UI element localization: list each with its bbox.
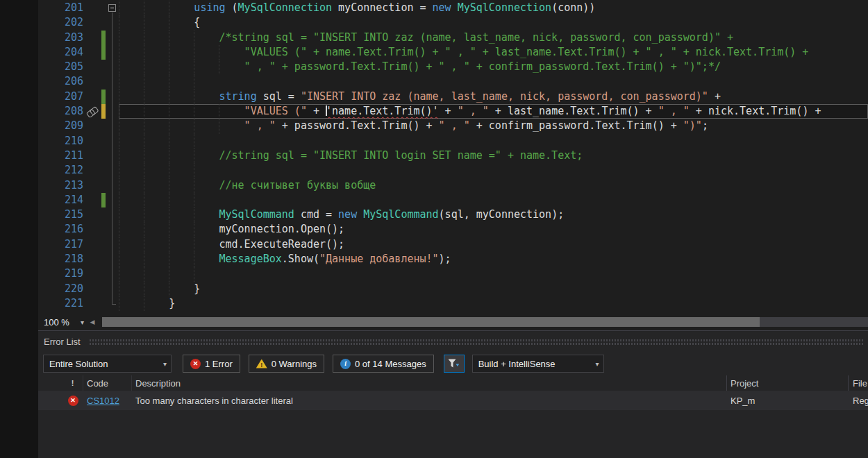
code-text[interactable]: string sql = "INSERT INTO zaz (name, las… — [119, 90, 868, 104]
header-description[interactable]: Description — [132, 375, 727, 391]
code-line-205[interactable]: 205" , " + password.Text.Trim() + " , " … — [38, 60, 868, 74]
glyph-margin — [83, 119, 101, 133]
indent-guide — [194, 134, 194, 149]
code-text[interactable]: } — [119, 296, 868, 311]
error-file: Reg — [849, 391, 868, 410]
header-project[interactable]: Project — [727, 375, 849, 391]
code-text[interactable]: MySqlCommand cmd = new MySqlCommand(sql,… — [119, 207, 868, 222]
code-line-207[interactable]: 207string sql = "INSERT INTO zaz (name, … — [38, 90, 868, 104]
code-text[interactable]: { — [119, 15, 868, 30]
header-severity[interactable]: ! — [62, 375, 83, 391]
code-line-203[interactable]: 203/*string sql = "INSERT INTO zaz (name… — [38, 31, 868, 45]
glyph-margin — [83, 178, 101, 193]
messages-toggle-button[interactable]: i 0 of 14 Messages — [333, 355, 434, 373]
row-severity: ✕ — [62, 391, 83, 410]
code-text[interactable]: MessageBox.Show("Данные добавлены!"); — [119, 252, 868, 266]
code-text[interactable]: "VALUES (" + name.Text.Trim() + " , " + … — [119, 45, 868, 60]
scroll-left-arrow-icon[interactable]: ◀ — [87, 319, 98, 325]
code-line-213[interactable]: 213//не считывет буквы вобще — [38, 178, 868, 193]
warnings-toggle-button[interactable]: 0 Warnings — [249, 355, 324, 373]
glyph-margin — [83, 296, 101, 311]
code-text[interactable]: " , " + password.Text.Trim() + " , " + c… — [119, 60, 868, 74]
collapse-box-icon[interactable] — [108, 4, 116, 12]
indent-guide — [119, 163, 119, 178]
code-token: myConnection.Open(); — [219, 223, 344, 235]
code-line-202[interactable]: 202{ — [38, 15, 868, 30]
error-description: Too many characters in character literal — [132, 391, 727, 410]
source-dropdown[interactable]: Build + IntelliSense ▾ — [472, 355, 604, 373]
code-text[interactable]: " , " + password.Text.Trim() + " , " + c… — [119, 119, 868, 133]
code-text[interactable]: //не считывет буквы вобще — [119, 178, 868, 193]
code-token: MySqlConnection — [458, 1, 551, 14]
error-list-title-bar[interactable]: Error List — [38, 331, 868, 352]
code-line-209[interactable]: 209" , " + password.Text.Trim() + " , " … — [38, 119, 868, 133]
error-icon: ✕ — [190, 359, 201, 369]
glyph-margin — [83, 222, 101, 237]
error-project: KP_m — [727, 391, 849, 410]
code-token — [357, 208, 363, 221]
indent-guide — [169, 60, 169, 74]
code-text[interactable] — [119, 74, 868, 89]
glyph-margin — [83, 282, 101, 296]
code-line-211[interactable]: 211//string sql = "INSERT INTO login SET… — [38, 149, 868, 163]
code-text[interactable]: myConnection.Open(); — [119, 222, 868, 237]
indent-guide — [219, 45, 219, 60]
code-token: .Show( — [282, 253, 319, 265]
line-number: 216 — [38, 222, 83, 237]
code-editor[interactable]: 201using (MySqlConnection myConnection =… — [38, 0, 868, 314]
code-text[interactable]: } — [119, 282, 868, 296]
indent-guide — [194, 60, 194, 74]
code-line-210[interactable]: 210 — [38, 134, 868, 149]
code-line-216[interactable]: 216myConnection.Open(); — [38, 222, 868, 237]
code-text[interactable] — [119, 193, 868, 207]
scope-dropdown[interactable]: Entire Solution ▾ — [43, 355, 172, 373]
code-line-206[interactable]: 206 — [38, 74, 868, 89]
outline-margin[interactable] — [106, 1, 119, 15]
errors-toggle-button[interactable]: ✕ 1 Error — [183, 355, 240, 373]
code-text[interactable] — [119, 163, 868, 178]
code-text[interactable] — [119, 266, 868, 281]
code-text[interactable]: /*string sql = "INSERT INTO zaz (name, l… — [119, 31, 868, 45]
horizontal-scrollbar[interactable] — [102, 317, 868, 327]
code-line-220[interactable]: 220} — [38, 282, 868, 296]
filter-button[interactable] — [444, 355, 465, 373]
code-line-214[interactable]: 214 — [38, 193, 868, 207]
outline-margin — [106, 90, 119, 104]
line-number: 214 — [38, 193, 83, 207]
error-code-link[interactable]: CS1012 — [87, 396, 119, 406]
code-line-215[interactable]: 215MySqlCommand cmd = new MySqlCommand(s… — [38, 207, 868, 222]
code-token: MySqlCommand — [219, 208, 294, 221]
line-number: 219 — [38, 266, 83, 281]
code-line-208[interactable]: 208"VALUES (" + 'name.Text.Trim()' + " ,… — [38, 104, 868, 119]
line-number: 218 — [38, 252, 83, 266]
code-text[interactable]: cmd.ExecuteReader(); — [119, 237, 868, 252]
line-number: 203 — [38, 31, 83, 45]
code-text[interactable] — [119, 134, 868, 149]
indent-guide — [144, 104, 144, 119]
code-line-204[interactable]: 204"VALUES (" + name.Text.Trim() + " , "… — [38, 45, 868, 60]
code-line-212[interactable]: 212 — [38, 163, 868, 178]
warnings-label: 0 Warnings — [272, 359, 317, 369]
code-token: "VALUES (" + name.Text.Trim() + " , " + … — [244, 46, 809, 58]
header-file[interactable]: File — [849, 375, 868, 391]
zoom-select[interactable]: 100 % ▾ — [38, 315, 87, 329]
code-line-221[interactable]: 221} — [38, 296, 868, 311]
indent-guide — [169, 15, 169, 30]
outline-margin — [106, 60, 119, 74]
indent-guide — [119, 149, 119, 163]
code-line-201[interactable]: 201using (MySqlConnection myConnection =… — [38, 1, 868, 15]
indent-guide — [144, 31, 144, 45]
indent-guide — [119, 60, 119, 74]
code-text[interactable]: "VALUES (" + 'name.Text.Trim()' + " , " … — [119, 104, 868, 119]
code-lines: 201using (MySqlConnection myConnection =… — [38, 1, 868, 311]
code-line-218[interactable]: 218MessageBox.Show("Данные добавлены!"); — [38, 252, 868, 266]
code-text[interactable]: //string sql = "INSERT INTO login SET na… — [119, 149, 868, 163]
header-code[interactable]: Code — [83, 375, 132, 391]
code-line-219[interactable]: 219 — [38, 266, 868, 281]
indent-guide — [119, 104, 119, 119]
code-text[interactable]: using (MySqlConnection myConnection = ne… — [119, 1, 868, 15]
code-line-217[interactable]: 217cmd.ExecuteReader(); — [38, 237, 868, 252]
scrollbar-thumb[interactable] — [102, 317, 760, 327]
error-row[interactable]: ✕CS1012Too many characters in character … — [38, 391, 868, 410]
indent-guide — [194, 149, 194, 163]
